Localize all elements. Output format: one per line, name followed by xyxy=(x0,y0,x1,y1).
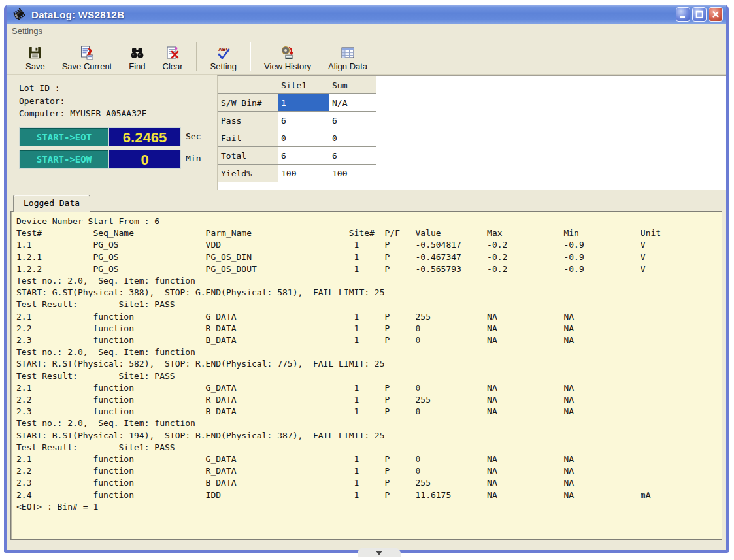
toolbar-button-label: Save xyxy=(25,61,45,71)
maximize-icon xyxy=(695,10,703,18)
table-row: Total 6 6 xyxy=(218,147,376,165)
row-label: Fail xyxy=(218,129,278,147)
chevron-down-icon xyxy=(376,551,382,555)
toolbar-button-label: Clear xyxy=(163,61,183,71)
summary-grid-area: Site1 Sum S/W Bin# 1 N/A Pass 6 6 Fail 0… xyxy=(217,75,726,190)
table-row: S/W Bin# 1 N/A xyxy=(218,94,376,112)
binoculars-icon xyxy=(129,44,145,61)
close-button[interactable] xyxy=(709,7,723,22)
setting-button[interactable]: ABC Setting xyxy=(202,42,245,72)
tab-logged-data[interactable]: Logged Data xyxy=(13,195,90,212)
timer-eow-unit: Min xyxy=(186,152,201,165)
summary-header-blank xyxy=(218,76,278,94)
fail-sum-cell[interactable]: 0 xyxy=(329,129,376,147)
clear-button[interactable]: Clear xyxy=(154,42,192,72)
computer-line: Computer: MYUSER-A05AA32E xyxy=(19,107,217,120)
timer-eow-row: START->EOW 0 Min xyxy=(19,150,217,169)
row-label: Pass xyxy=(218,112,278,129)
table-row: Site1 Sum xyxy=(218,76,376,94)
save-current-button[interactable]: Save Current xyxy=(54,42,121,72)
menu-settings[interactable]: Settings xyxy=(12,26,42,36)
minimize-button[interactable] xyxy=(676,7,690,22)
yield-sum-cell[interactable]: 100 xyxy=(329,165,376,182)
total-site1-cell[interactable]: 6 xyxy=(278,147,329,165)
floppy-icon xyxy=(27,44,42,61)
total-sum-cell[interactable]: 6 xyxy=(329,147,376,165)
timer-eot-unit: Sec xyxy=(186,130,201,143)
disk-history-icon xyxy=(280,44,295,61)
abc-check-icon: ABC xyxy=(216,44,231,61)
pass-site1-cell[interactable]: 6 xyxy=(278,112,329,129)
operator-label: Operator: xyxy=(19,95,217,108)
info-panel: Lot ID : Operator: Computer: MYUSER-A05A… xyxy=(7,75,726,190)
window-title: DataLog: WS2812B xyxy=(31,9,674,20)
table-row: Fail 0 0 xyxy=(218,129,376,147)
yield-site1-cell[interactable]: 100 xyxy=(278,165,329,182)
save-button[interactable]: Save xyxy=(17,42,54,72)
maximize-button[interactable] xyxy=(692,7,707,22)
align-data-button[interactable]: Align Data xyxy=(320,42,376,72)
close-icon xyxy=(712,10,720,18)
logged-data-text: Device Number Start From : 6 Test# Seq_N… xyxy=(11,212,722,513)
summary-header-sum: Sum xyxy=(329,76,376,94)
toolbar-button-label: Setting xyxy=(210,61,237,71)
pass-sum-cell[interactable]: 6 xyxy=(329,112,376,129)
timer-eow-value: 0 xyxy=(109,150,181,169)
lot-id-label: Lot ID : xyxy=(19,82,217,95)
toolbar: Save Save Current xyxy=(7,39,726,75)
app-chip-icon xyxy=(11,7,27,22)
timer-eow-label: START->EOW xyxy=(19,150,109,169)
toolbar-button-label: Save Current xyxy=(62,61,112,71)
computer-label: Computer: xyxy=(19,108,65,118)
timer-eot-label: START->EOT xyxy=(19,127,109,146)
swbin-sum-cell[interactable]: N/A xyxy=(329,94,376,112)
row-label: S/W Bin# xyxy=(218,94,278,112)
document-arrow-icon xyxy=(79,44,95,61)
swbin-site1-cell[interactable]: 1 xyxy=(278,94,329,112)
timers: START->EOT 6.2465 Sec START->EOW 0 Min xyxy=(19,127,217,169)
row-label: Total xyxy=(218,147,278,165)
menubar: Settings xyxy=(7,24,726,39)
lot-info: Lot ID : Operator: Computer: MYUSER-A05A… xyxy=(7,75,217,190)
app-window: DataLog: WS2812B Settings xyxy=(4,5,729,553)
summary-header-site1: Site1 xyxy=(278,76,329,94)
timer-eot-value: 6.2465 xyxy=(109,127,181,146)
toolbar-separator xyxy=(250,42,251,71)
tab-bar: Logged Data xyxy=(7,190,726,211)
titlebar: DataLog: WS2812B xyxy=(7,5,726,24)
toolbar-button-label: View History xyxy=(264,61,311,71)
fail-site1-cell[interactable]: 0 xyxy=(278,129,329,147)
toolbar-button-label: Align Data xyxy=(328,61,367,71)
table-grid-icon xyxy=(340,44,356,61)
minimize-icon xyxy=(679,10,687,18)
find-button[interactable]: Find xyxy=(120,42,154,72)
summary-table: Site1 Sum S/W Bin# 1 N/A Pass 6 6 Fail 0… xyxy=(218,76,376,182)
view-history-button[interactable]: View History xyxy=(256,42,320,72)
page-red-x-icon xyxy=(165,44,180,61)
row-label: Yield% xyxy=(218,165,278,182)
table-row: Pass 6 6 xyxy=(218,112,376,129)
panel-collapse-toggle[interactable] xyxy=(358,548,401,557)
timer-eot-row: START->EOT 6.2465 Sec xyxy=(19,127,217,146)
logged-data-area[interactable]: Device Number Start From : 6 Test# Seq_N… xyxy=(10,211,722,540)
computer-value: MYUSER-A05AA32E xyxy=(70,108,146,118)
toolbar-button-label: Find xyxy=(129,61,145,71)
table-row: Yield% 100 100 xyxy=(218,165,376,182)
toolbar-separator xyxy=(196,42,197,71)
